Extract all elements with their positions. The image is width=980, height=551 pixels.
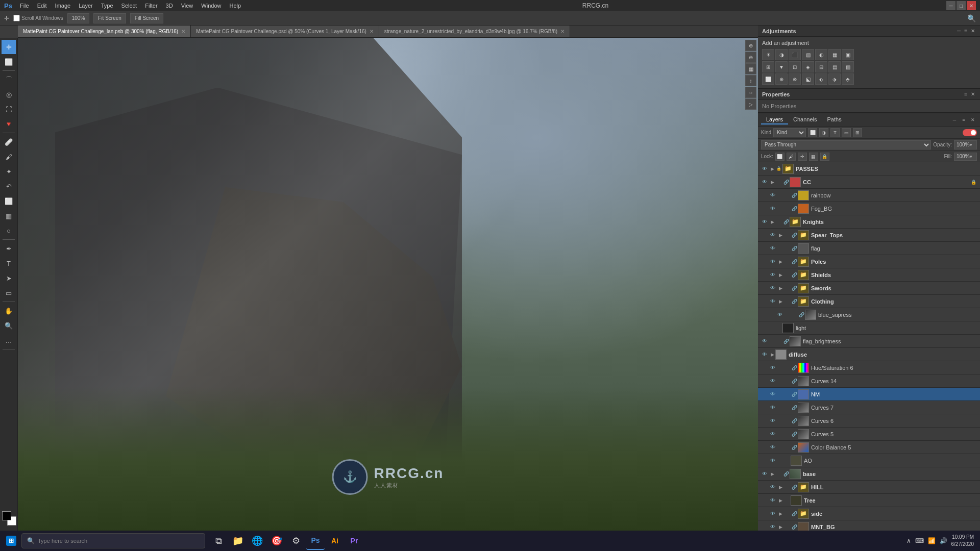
taskbar-file-explorer[interactable]: 📁 [229,532,247,550]
taskbar-photoshop[interactable]: Ps [306,532,325,550]
vis-flag[interactable]: 👁 [768,244,777,253]
taskbar-search-box[interactable]: 🔍 Type here to search [21,533,205,548]
expand-base[interactable]: ▶ [769,469,775,479]
crop-tool[interactable]: ⛶ [2,102,16,116]
vis-diffuse[interactable]: 👁 [760,350,769,359]
taskbar-browser[interactable]: 🌐 [248,532,266,550]
tab-2-close[interactable]: ✕ [560,29,565,34]
fill-value[interactable]: 100% ▾ [954,153,977,161]
expand-tree[interactable]: ▶ [777,496,783,505]
canvas-tool-2[interactable]: ⊖ [745,52,756,63]
taskbar-keyboard-icon[interactable]: ⌨ [915,537,924,544]
layer-row-tree[interactable]: 👁 ▶ Tree [758,494,980,507]
expand-speartops[interactable]: ▶ [777,231,783,240]
lock-transparent-btn[interactable]: ⬜ [775,153,785,161]
lock-position-btn[interactable]: ✛ [798,153,807,161]
adjustments-collapse[interactable]: ─ [956,28,962,34]
expand-diffuse[interactable]: ▶ [769,350,775,359]
expand-flagbrightness[interactable] [769,337,775,346]
canvas-area[interactable]: ⚓ RRCG.cn 人人素材 [18,38,758,536]
layer-row-poles[interactable]: 👁 ▶ 🔗 📁 Poles [758,255,980,268]
vis-huesat6[interactable]: 👁 [768,363,777,372]
pen-tool[interactable]: ✒ [2,241,16,256]
vis-curves5[interactable]: 👁 [768,430,777,439]
menu-view[interactable]: View [178,2,197,10]
expand-curves14[interactable] [777,377,783,386]
expand-rainbow[interactable] [777,191,783,200]
adj-photofilt[interactable]: ▼ [775,61,788,72]
tab-paths[interactable]: Paths [822,115,847,124]
expand-curves7[interactable] [777,403,783,412]
zoom-tool[interactable]: 🔍 [2,318,16,333]
menu-3d[interactable]: 3D [162,2,177,10]
menu-window[interactable]: Window [198,2,225,10]
properties-panel-header[interactable]: Properties ≡ ✕ [758,89,980,100]
expand-flag[interactable] [777,244,783,253]
tab-1[interactable]: MattePaint CG Paintover Challenge.psd @ … [191,26,379,38]
adj-selective-color[interactable]: ⊕ [775,73,788,85]
expand-knights[interactable]: ▶ [769,217,775,227]
adj-colorbal[interactable]: ▣ [842,49,854,60]
layer-row-bluesupress[interactable]: 👁 🔗 blue_supress [758,308,980,321]
blend-mode-select[interactable]: Pass Through Normal Dissolve Multiply Sc… [761,140,931,149]
canvas-tool-3[interactable]: ▦ [745,63,756,74]
canvas-tool-6[interactable]: ▷ [745,98,756,110]
fill-screen-button[interactable]: Fill Screen [130,13,163,23]
adj-extra2[interactable]: ⬕ [802,73,814,85]
taskbar-premiere[interactable]: Pr [345,532,363,550]
expand-curves6[interactable] [777,416,783,425]
tab-0-close[interactable]: ✕ [181,29,185,34]
type-tool[interactable]: T [2,256,16,270]
foreground-color[interactable] [2,511,11,520]
adj-curves[interactable]: ⬛ [789,49,801,60]
healing-brush-tool[interactable]: 🩹 [2,135,16,149]
taskbar-up-arrow[interactable]: ∧ [906,537,911,544]
vis-swords[interactable]: 👁 [768,284,777,293]
adj-huesat[interactable]: ▦ [828,49,841,60]
menu-filter[interactable]: Filter [141,2,161,10]
more-tools[interactable]: … [2,333,16,347]
layers-menu-btn[interactable]: ≡ [960,116,968,124]
vis-cc[interactable]: 👁 [760,178,769,187]
menu-file[interactable]: File [16,2,33,10]
layer-row-light[interactable]: 👁 light [758,321,980,335]
expand-swords[interactable]: ▶ [777,284,783,293]
lock-image-btn[interactable]: 🖌 [787,153,796,161]
adj-color-lookup[interactable]: ◈ [802,61,814,72]
path-selection-tool[interactable]: ➤ [2,271,16,285]
adj-invert[interactable]: ⊟ [815,61,827,72]
expand-colorbal5[interactable] [777,443,783,452]
layer-row-shields[interactable]: 👁 ▶ 🔗 📁 Shields [758,268,980,282]
filter-toggle[interactable] [963,129,977,136]
expand-clothing[interactable]: ▶ [777,297,783,306]
dodge-tool[interactable]: ○ [2,223,16,238]
vis-ao[interactable]: 👁 [768,456,777,465]
vis-hill[interactable]: 👁 [768,483,777,492]
vis-passes[interactable]: 👁 [760,164,769,173]
tab-layers[interactable]: Layers [761,115,788,124]
layer-row-fogbg[interactable]: 👁 🔗 Fog_BG [758,202,980,215]
adj-channel-mix[interactable]: ⊡ [789,61,801,72]
vis-curves14[interactable]: 👁 [768,377,777,386]
layer-row-diffuse[interactable]: 👁 ▶ diffuse [758,348,980,361]
taskbar-app-5[interactable]: ⚙ [287,532,305,550]
clone-stamp-tool[interactable]: ✦ [2,164,16,179]
adjustments-menu[interactable]: ≡ [963,28,968,34]
canvas-tool-1[interactable]: ⊕ [745,40,756,51]
layer-row-flag[interactable]: 👁 🔗 flag [758,242,980,255]
brush-tool[interactable]: 🖌 [2,149,16,164]
adj-vibrance[interactable]: ◐ [815,49,827,60]
expand-poles[interactable]: ▶ [777,257,783,266]
expand-cc[interactable]: ▶ [769,178,775,187]
layer-row-swords[interactable]: 👁 ▶ 🔗 📁 Swords [758,282,980,295]
adj-levels[interactable]: ◑ [775,49,788,60]
layer-row-curves7[interactable]: 👁 🔗 Curves 7 [758,401,980,414]
lock-artboard-btn[interactable]: ▦ [809,153,818,161]
vis-flagbrightness[interactable]: 👁 [760,337,769,346]
expand-curves5[interactable] [777,430,783,439]
expand-ao[interactable] [777,456,783,465]
expand-shields[interactable]: ▶ [777,270,783,280]
layer-row-ao[interactable]: 👁 AO [758,454,980,467]
menu-image[interactable]: Image [52,2,75,10]
eyedropper-tool[interactable]: 🔻 [2,117,16,131]
